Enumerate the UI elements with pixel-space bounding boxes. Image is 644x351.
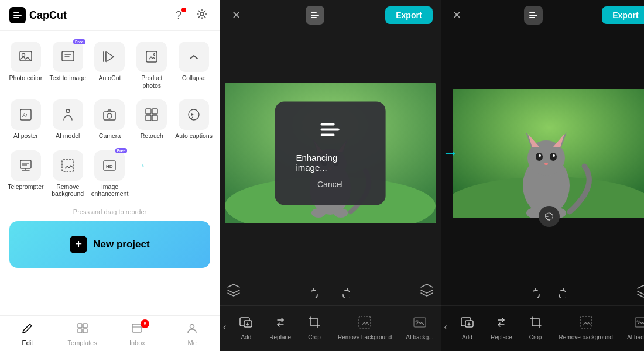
- image-enhancement-label: Image enhancement: [91, 183, 129, 198]
- right-toolbar-crop-icon: [526, 313, 545, 332]
- right-toolbar-add[interactable]: Add: [451, 311, 484, 343]
- tool-retouch[interactable]: Retouch: [132, 96, 172, 143]
- middle-export-button[interactable]: Export: [385, 6, 432, 24]
- me-nav-label: Me: [187, 339, 196, 346]
- right-bottom-toolbar: ‹ Add Replace: [441, 305, 644, 347]
- right-more-icon[interactable]: [636, 284, 644, 301]
- right-toolbar-crop[interactable]: Crop: [519, 311, 552, 343]
- undo-button[interactable]: [308, 282, 327, 301]
- svg-rect-60: [529, 12, 535, 13]
- right-logo: [524, 6, 543, 25]
- middle-panel: ✕ Export: [220, 0, 441, 351]
- toolbar-ai-bg[interactable]: AI AI backg...: [399, 311, 440, 343]
- right-bottom-controls: ‹ Add Replace: [441, 276, 644, 351]
- collapse-label: Collapse: [182, 74, 206, 82]
- text-to-image-label: Text to image: [49, 74, 85, 82]
- tools-grid-row3: Teleprompter Remove background Free HD →: [0, 146, 220, 204]
- tool-product-photos[interactable]: Product photos: [132, 38, 172, 92]
- refresh-icon[interactable]: [539, 206, 560, 227]
- svg-rect-18: [152, 115, 157, 121]
- right-undo-button[interactable]: [533, 285, 546, 300]
- camera-label: Camera: [99, 132, 121, 140]
- middle-layers-icon[interactable]: [227, 283, 241, 300]
- nav-edit[interactable]: Edit: [0, 319, 55, 349]
- right-redo-button[interactable]: [553, 285, 566, 300]
- svg-point-71: [550, 153, 557, 161]
- svg-rect-15: [146, 109, 151, 114]
- middle-bottom-controls: ‹ Add Replace: [220, 276, 441, 351]
- cancel-button[interactable]: Cancel: [317, 180, 343, 189]
- svg-point-14: [107, 113, 112, 118]
- help-icon: ?: [176, 9, 181, 22]
- free-badge: Free: [73, 39, 85, 44]
- right-toolbar-scroll-left[interactable]: ‹: [441, 322, 451, 332]
- middle-more-icon[interactable]: [420, 283, 434, 300]
- svg-rect-13: [104, 112, 115, 120]
- free-badge-2: Free: [115, 148, 128, 153]
- photo-editor-icon-box: [11, 42, 41, 72]
- autocut-label: AutoCut: [99, 74, 121, 82]
- middle-canvas: Enhancing image... Cancel →: [220, 30, 441, 276]
- auto-captions-icon-box: [179, 99, 209, 130]
- collapse-icon-box: [179, 42, 209, 72]
- tool-text-to-image[interactable]: Free Text to image: [48, 38, 88, 92]
- product-photos-icon-box: [136, 42, 167, 72]
- tool-photo-editor[interactable]: Photo editor: [6, 38, 46, 92]
- toolbar-replace-label: Replace: [269, 334, 291, 340]
- tool-ai-poster[interactable]: Ai AI poster: [6, 96, 46, 143]
- right-toolbar-remove-bg-label: Remove background: [559, 334, 613, 340]
- right-toolbar-ai-bg-label: AI backg...: [627, 334, 644, 340]
- tool-image-enhancement[interactable]: Free HD → Image enhancement: [90, 147, 130, 201]
- toolbar-remove-bg[interactable]: Remove background: [331, 311, 399, 343]
- tool-collapse[interactable]: Collapse: [174, 38, 214, 92]
- svg-rect-53: [321, 134, 335, 136]
- right-header: ✕ Export: [441, 0, 644, 30]
- svg-rect-51: [321, 129, 340, 131]
- help-button[interactable]: ?: [170, 7, 187, 23]
- svg-rect-24: [62, 160, 74, 171]
- svg-point-5: [22, 54, 25, 57]
- nav-me[interactable]: Me: [165, 319, 220, 349]
- toolbar-replace[interactable]: Replace: [262, 311, 298, 343]
- tool-ai-model[interactable]: AI model: [48, 96, 88, 143]
- auto-captions-label: Auto captions: [175, 132, 213, 140]
- right-toolbar-remove-bg-icon: [577, 313, 595, 332]
- svg-rect-30: [83, 329, 87, 333]
- top-bar: CapCut ?: [0, 0, 220, 31]
- svg-rect-16: [152, 109, 157, 114]
- photo-editor-label: Photo editor: [9, 74, 43, 82]
- tool-camera[interactable]: Camera: [90, 96, 130, 143]
- ai-model-icon-box: [53, 99, 83, 130]
- toolbar-add-label: Add: [241, 334, 251, 340]
- toolbar-ai-bg-label: AI backg...: [406, 334, 433, 340]
- inbox-nav-icon: 5: [131, 322, 143, 338]
- right-export-button[interactable]: Export: [602, 6, 644, 24]
- right-toolbar-remove-bg[interactable]: Remove background: [552, 311, 620, 343]
- middle-close-button[interactable]: ✕: [228, 7, 244, 23]
- tool-remove-background[interactable]: Remove background: [48, 147, 88, 201]
- svg-rect-29: [78, 329, 82, 333]
- svg-point-74: [544, 163, 548, 165]
- middle-bottom-toolbar: ‹ Add Replace: [220, 305, 441, 347]
- settings-button[interactable]: [194, 7, 210, 23]
- svg-point-70: [536, 153, 543, 161]
- right-toolbar-ai-bg[interactable]: AI AI backg...: [620, 311, 644, 343]
- new-project-button[interactable]: + New project: [9, 221, 210, 268]
- redo-button[interactable]: [334, 282, 352, 301]
- right-canvas: [441, 30, 644, 276]
- right-toolbar-replace[interactable]: Replace: [484, 311, 519, 343]
- right-close-button[interactable]: ✕: [449, 7, 465, 23]
- toolbar-scroll-left[interactable]: ‹: [220, 322, 229, 332]
- svg-point-49: [311, 208, 326, 218]
- me-nav-icon: [186, 322, 198, 338]
- toolbar-add-icon: [237, 313, 255, 332]
- tool-teleprompter[interactable]: Teleprompter: [6, 147, 46, 201]
- retouch-label: Retouch: [141, 132, 163, 140]
- inbox-nav-label: Inbox: [129, 339, 145, 346]
- nav-inbox[interactable]: 5 Inbox: [110, 319, 165, 349]
- toolbar-crop[interactable]: Crop: [298, 311, 331, 343]
- toolbar-add[interactable]: Add: [229, 311, 262, 343]
- tool-autocut[interactable]: AutoCut: [90, 38, 130, 92]
- tool-auto-captions[interactable]: Auto captions: [174, 96, 214, 143]
- nav-templates[interactable]: Templates: [55, 319, 110, 349]
